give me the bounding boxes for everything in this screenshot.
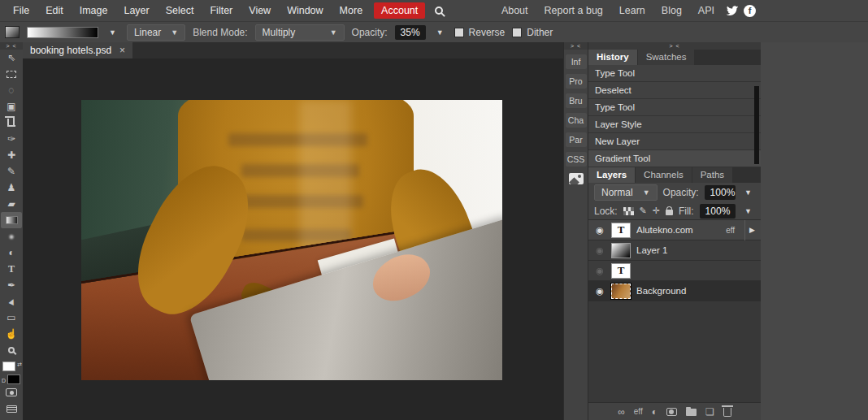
brush-tool[interactable]: ✎ — [1, 163, 22, 180]
history-entry[interactable]: Type Tool — [588, 65, 761, 82]
history-entry[interactable]: Layer Style — [588, 116, 761, 133]
visibility-eye-icon[interactable]: ◉ — [594, 245, 605, 256]
layer-row-text[interactable]: ◉ T — [588, 261, 761, 281]
visibility-eye-icon[interactable]: ◉ — [594, 286, 605, 297]
shape-tool[interactable]: ▭ — [1, 310, 22, 326]
menu-edit[interactable]: Edit — [37, 0, 72, 21]
history-scrollbar[interactable] — [754, 86, 759, 164]
history-entry[interactable]: New Layer — [588, 133, 761, 150]
gradient-picker-caret[interactable]: ▼ — [106, 27, 119, 38]
document-tab[interactable]: booking hotels.psd × — [23, 42, 132, 58]
tab-history[interactable]: History — [588, 50, 637, 65]
panel-button-properties[interactable]: Pro — [566, 74, 587, 89]
layer-row-background[interactable]: ◉ Background — [588, 281, 761, 301]
panel-button-info[interactable]: Inf — [566, 54, 587, 69]
layer-row-layer1[interactable]: ◉ Layer 1 — [588, 240, 761, 261]
new-layer-icon[interactable]: ❏ — [705, 406, 714, 418]
healing-tool[interactable]: ✚ — [1, 147, 22, 163]
layer-opacity-caret[interactable]: ▼ — [741, 187, 755, 198]
background-color-swatch[interactable] — [7, 375, 20, 384]
layer-name[interactable]: Background — [636, 286, 755, 296]
toolbar-collapse-control[interactable]: > < — [0, 42, 23, 50]
new-group-icon[interactable] — [686, 409, 697, 416]
tab-swatches[interactable]: Swatches — [638, 50, 695, 65]
hand-tool[interactable]: ☝ — [1, 326, 22, 342]
image-layer-thumbnail[interactable] — [611, 284, 631, 299]
menu-learn[interactable]: Learn — [613, 0, 652, 21]
dodge-tool[interactable]: ◐ — [1, 245, 22, 261]
menu-view[interactable]: View — [241, 0, 279, 21]
fill-caret[interactable]: ▼ — [741, 206, 755, 217]
panel-collapse-control[interactable]: > < — [588, 42, 761, 50]
layer-blend-mode-select[interactable]: Normal ▼ — [594, 184, 658, 201]
foreground-color-swatch[interactable] — [2, 362, 15, 371]
delete-layer-icon[interactable] — [723, 408, 731, 417]
panel-button-paragraph[interactable]: Par — [566, 132, 587, 147]
menu-image[interactable]: Image — [72, 0, 116, 21]
menu-file[interactable]: File — [5, 0, 37, 21]
blend-mode-select[interactable]: Multiply ▼ — [255, 24, 345, 41]
crop-tool[interactable] — [1, 115, 22, 131]
gradient-type-select[interactable]: Linear ▼ — [127, 24, 185, 41]
quick-mask-button[interactable] — [1, 384, 22, 401]
text-layer-thumbnail[interactable]: T — [611, 223, 631, 238]
menu-filter[interactable]: Filter — [202, 0, 241, 21]
facebook-icon[interactable]: f — [744, 5, 756, 17]
menu-select[interactable]: Select — [158, 0, 202, 21]
menu-api[interactable]: API — [692, 0, 721, 21]
tab-layers[interactable]: Layers — [588, 167, 635, 183]
type-tool[interactable]: T — [1, 261, 22, 277]
close-tab-icon[interactable]: × — [119, 45, 125, 55]
menu-window[interactable]: Window — [279, 0, 331, 21]
gradient-preview[interactable] — [27, 27, 98, 38]
opacity-input[interactable]: 35% — [395, 25, 426, 40]
opacity-caret[interactable]: ▼ — [433, 27, 447, 38]
gradient-tool[interactable] — [1, 212, 22, 228]
lock-position-icon[interactable]: ✛ — [653, 206, 660, 216]
layer-name[interactable]: Alutekno.com — [636, 225, 720, 235]
history-entry-current[interactable]: Gradient Tool — [588, 150, 761, 167]
panel-button-character[interactable]: Cha — [566, 113, 587, 128]
path-select-tool[interactable]: ▶ — [1, 293, 22, 310]
swap-colors-icon[interactable]: ⇄ — [17, 362, 22, 368]
visibility-eye-icon[interactable]: ◉ — [594, 225, 605, 236]
default-colors-icon[interactable]: D — [2, 378, 6, 383]
lock-pixels-icon[interactable]: ✎ — [640, 206, 647, 216]
zoom-tool[interactable] — [1, 342, 22, 358]
layer-style-button[interactable]: eff — [634, 407, 643, 416]
layer-row-alutekno[interactable]: ◉ T Alutekno.com eff ▶ — [588, 220, 761, 240]
panel-button-brush[interactable]: Bru — [566, 93, 587, 108]
menu-about[interactable]: About — [495, 0, 535, 21]
dither-checkbox[interactable] — [512, 28, 522, 37]
menu-layer[interactable]: Layer — [115, 0, 157, 21]
account-button[interactable]: Account — [374, 2, 425, 19]
twitter-icon[interactable] — [726, 6, 739, 16]
panel-button-image-icon[interactable] — [569, 173, 584, 184]
eyedropper-tool[interactable]: ✑ — [1, 131, 22, 147]
menu-report-a-bug[interactable]: Report a bug — [538, 0, 610, 21]
layer-expand-arrow[interactable]: ▶ — [744, 220, 755, 240]
lasso-tool[interactable]: ◌ — [1, 82, 22, 98]
history-entry[interactable]: Deselect — [588, 82, 761, 99]
lock-transparency-icon[interactable] — [623, 207, 634, 215]
text-layer-thumbnail[interactable]: T — [611, 263, 631, 279]
canvas-image[interactable] — [81, 100, 502, 380]
lock-all-icon[interactable] — [666, 210, 673, 215]
rectangle-select-tool[interactable] — [1, 66, 22, 82]
clone-stamp-tool[interactable]: ♟ — [1, 180, 22, 196]
blur-tool[interactable]: ● — [1, 228, 22, 245]
layer-opacity-input[interactable]: 100% — [705, 185, 736, 200]
screen-mode-button[interactable] — [1, 401, 22, 417]
tab-paths[interactable]: Paths — [692, 167, 732, 183]
history-entry[interactable]: Type Tool — [588, 99, 761, 116]
add-mask-icon[interactable] — [666, 408, 677, 416]
adjustment-layer-icon[interactable]: ◐ — [652, 406, 658, 418]
layer-name[interactable]: Layer 1 — [636, 245, 755, 255]
reverse-checkbox[interactable] — [454, 28, 464, 37]
tab-channels[interactable]: Channels — [636, 167, 692, 183]
search-button[interactable] — [435, 6, 443, 15]
fill-input[interactable]: 100% — [700, 204, 736, 219]
layer-effects-badge[interactable]: eff — [726, 226, 739, 235]
move-tool[interactable]: ⇖ — [1, 50, 22, 66]
link-layers-icon[interactable]: ∞ — [618, 406, 625, 418]
